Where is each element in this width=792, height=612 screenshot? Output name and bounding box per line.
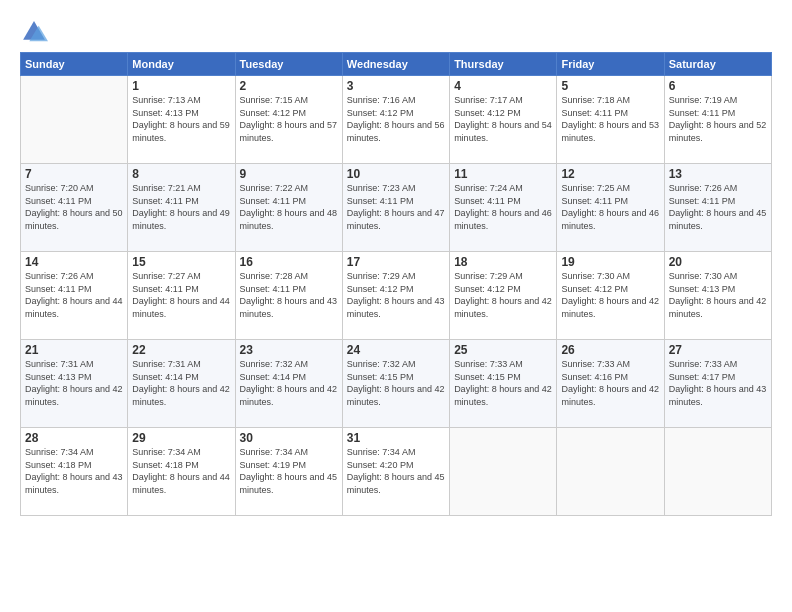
day-info: Sunrise: 7:17 AMSunset: 4:12 PMDaylight:… — [454, 94, 552, 144]
day-info: Sunrise: 7:30 AMSunset: 4:13 PMDaylight:… — [669, 270, 767, 320]
day-info: Sunrise: 7:34 AMSunset: 4:18 PMDaylight:… — [25, 446, 123, 496]
day-info: Sunrise: 7:33 AMSunset: 4:15 PMDaylight:… — [454, 358, 552, 408]
day-cell: 14Sunrise: 7:26 AMSunset: 4:11 PMDayligh… — [21, 252, 128, 340]
day-number: 10 — [347, 167, 445, 181]
header-row: SundayMondayTuesdayWednesdayThursdayFrid… — [21, 53, 772, 76]
header-cell-friday: Friday — [557, 53, 664, 76]
day-number: 12 — [561, 167, 659, 181]
header-cell-wednesday: Wednesday — [342, 53, 449, 76]
day-number: 30 — [240, 431, 338, 445]
calendar-header: SundayMondayTuesdayWednesdayThursdayFrid… — [21, 53, 772, 76]
week-row-3: 21Sunrise: 7:31 AMSunset: 4:13 PMDayligh… — [21, 340, 772, 428]
day-cell — [664, 428, 771, 516]
day-cell: 8Sunrise: 7:21 AMSunset: 4:11 PMDaylight… — [128, 164, 235, 252]
day-cell: 9Sunrise: 7:22 AMSunset: 4:11 PMDaylight… — [235, 164, 342, 252]
day-cell: 30Sunrise: 7:34 AMSunset: 4:19 PMDayligh… — [235, 428, 342, 516]
day-cell: 25Sunrise: 7:33 AMSunset: 4:15 PMDayligh… — [450, 340, 557, 428]
day-number: 11 — [454, 167, 552, 181]
day-number: 4 — [454, 79, 552, 93]
day-number: 6 — [669, 79, 767, 93]
day-cell: 21Sunrise: 7:31 AMSunset: 4:13 PMDayligh… — [21, 340, 128, 428]
day-cell: 23Sunrise: 7:32 AMSunset: 4:14 PMDayligh… — [235, 340, 342, 428]
day-number: 28 — [25, 431, 123, 445]
day-cell: 3Sunrise: 7:16 AMSunset: 4:12 PMDaylight… — [342, 76, 449, 164]
day-number: 15 — [132, 255, 230, 269]
day-info: Sunrise: 7:29 AMSunset: 4:12 PMDaylight:… — [454, 270, 552, 320]
day-cell: 6Sunrise: 7:19 AMSunset: 4:11 PMDaylight… — [664, 76, 771, 164]
day-cell: 5Sunrise: 7:18 AMSunset: 4:11 PMDaylight… — [557, 76, 664, 164]
day-cell: 4Sunrise: 7:17 AMSunset: 4:12 PMDaylight… — [450, 76, 557, 164]
header-cell-tuesday: Tuesday — [235, 53, 342, 76]
day-number: 31 — [347, 431, 445, 445]
day-cell: 13Sunrise: 7:26 AMSunset: 4:11 PMDayligh… — [664, 164, 771, 252]
day-number: 13 — [669, 167, 767, 181]
day-info: Sunrise: 7:29 AMSunset: 4:12 PMDaylight:… — [347, 270, 445, 320]
day-cell: 1Sunrise: 7:13 AMSunset: 4:13 PMDaylight… — [128, 76, 235, 164]
day-cell: 27Sunrise: 7:33 AMSunset: 4:17 PMDayligh… — [664, 340, 771, 428]
header-cell-sunday: Sunday — [21, 53, 128, 76]
day-number: 9 — [240, 167, 338, 181]
day-info: Sunrise: 7:32 AMSunset: 4:15 PMDaylight:… — [347, 358, 445, 408]
day-info: Sunrise: 7:34 AMSunset: 4:20 PMDaylight:… — [347, 446, 445, 496]
day-cell: 2Sunrise: 7:15 AMSunset: 4:12 PMDaylight… — [235, 76, 342, 164]
day-cell: 16Sunrise: 7:28 AMSunset: 4:11 PMDayligh… — [235, 252, 342, 340]
day-info: Sunrise: 7:31 AMSunset: 4:13 PMDaylight:… — [25, 358, 123, 408]
day-number: 19 — [561, 255, 659, 269]
day-cell: 31Sunrise: 7:34 AMSunset: 4:20 PMDayligh… — [342, 428, 449, 516]
day-cell: 15Sunrise: 7:27 AMSunset: 4:11 PMDayligh… — [128, 252, 235, 340]
day-number: 21 — [25, 343, 123, 357]
day-info: Sunrise: 7:15 AMSunset: 4:12 PMDaylight:… — [240, 94, 338, 144]
header — [20, 18, 772, 46]
day-number: 26 — [561, 343, 659, 357]
day-cell: 10Sunrise: 7:23 AMSunset: 4:11 PMDayligh… — [342, 164, 449, 252]
week-row-1: 7Sunrise: 7:20 AMSunset: 4:11 PMDaylight… — [21, 164, 772, 252]
day-cell: 7Sunrise: 7:20 AMSunset: 4:11 PMDaylight… — [21, 164, 128, 252]
day-cell: 20Sunrise: 7:30 AMSunset: 4:13 PMDayligh… — [664, 252, 771, 340]
day-cell: 26Sunrise: 7:33 AMSunset: 4:16 PMDayligh… — [557, 340, 664, 428]
day-cell: 12Sunrise: 7:25 AMSunset: 4:11 PMDayligh… — [557, 164, 664, 252]
day-info: Sunrise: 7:24 AMSunset: 4:11 PMDaylight:… — [454, 182, 552, 232]
day-cell: 29Sunrise: 7:34 AMSunset: 4:18 PMDayligh… — [128, 428, 235, 516]
day-info: Sunrise: 7:34 AMSunset: 4:18 PMDaylight:… — [132, 446, 230, 496]
day-info: Sunrise: 7:27 AMSunset: 4:11 PMDaylight:… — [132, 270, 230, 320]
page: SundayMondayTuesdayWednesdayThursdayFrid… — [0, 0, 792, 612]
day-number: 1 — [132, 79, 230, 93]
calendar-body: 1Sunrise: 7:13 AMSunset: 4:13 PMDaylight… — [21, 76, 772, 516]
header-cell-thursday: Thursday — [450, 53, 557, 76]
day-info: Sunrise: 7:13 AMSunset: 4:13 PMDaylight:… — [132, 94, 230, 144]
day-info: Sunrise: 7:23 AMSunset: 4:11 PMDaylight:… — [347, 182, 445, 232]
day-number: 14 — [25, 255, 123, 269]
week-row-2: 14Sunrise: 7:26 AMSunset: 4:11 PMDayligh… — [21, 252, 772, 340]
day-cell — [450, 428, 557, 516]
logo — [20, 18, 52, 46]
day-number: 17 — [347, 255, 445, 269]
header-cell-saturday: Saturday — [664, 53, 771, 76]
day-number: 7 — [25, 167, 123, 181]
day-info: Sunrise: 7:22 AMSunset: 4:11 PMDaylight:… — [240, 182, 338, 232]
day-number: 23 — [240, 343, 338, 357]
day-number: 24 — [347, 343, 445, 357]
week-row-4: 28Sunrise: 7:34 AMSunset: 4:18 PMDayligh… — [21, 428, 772, 516]
day-number: 2 — [240, 79, 338, 93]
day-info: Sunrise: 7:34 AMSunset: 4:19 PMDaylight:… — [240, 446, 338, 496]
day-cell: 11Sunrise: 7:24 AMSunset: 4:11 PMDayligh… — [450, 164, 557, 252]
day-number: 20 — [669, 255, 767, 269]
header-cell-monday: Monday — [128, 53, 235, 76]
day-info: Sunrise: 7:20 AMSunset: 4:11 PMDaylight:… — [25, 182, 123, 232]
day-number: 16 — [240, 255, 338, 269]
day-cell: 22Sunrise: 7:31 AMSunset: 4:14 PMDayligh… — [128, 340, 235, 428]
day-info: Sunrise: 7:31 AMSunset: 4:14 PMDaylight:… — [132, 358, 230, 408]
day-info: Sunrise: 7:16 AMSunset: 4:12 PMDaylight:… — [347, 94, 445, 144]
day-info: Sunrise: 7:33 AMSunset: 4:16 PMDaylight:… — [561, 358, 659, 408]
day-info: Sunrise: 7:21 AMSunset: 4:11 PMDaylight:… — [132, 182, 230, 232]
day-number: 8 — [132, 167, 230, 181]
logo-icon — [20, 18, 48, 46]
day-cell: 19Sunrise: 7:30 AMSunset: 4:12 PMDayligh… — [557, 252, 664, 340]
day-cell: 17Sunrise: 7:29 AMSunset: 4:12 PMDayligh… — [342, 252, 449, 340]
day-number: 25 — [454, 343, 552, 357]
day-info: Sunrise: 7:25 AMSunset: 4:11 PMDaylight:… — [561, 182, 659, 232]
day-info: Sunrise: 7:33 AMSunset: 4:17 PMDaylight:… — [669, 358, 767, 408]
day-info: Sunrise: 7:18 AMSunset: 4:11 PMDaylight:… — [561, 94, 659, 144]
day-cell: 18Sunrise: 7:29 AMSunset: 4:12 PMDayligh… — [450, 252, 557, 340]
day-cell: 24Sunrise: 7:32 AMSunset: 4:15 PMDayligh… — [342, 340, 449, 428]
